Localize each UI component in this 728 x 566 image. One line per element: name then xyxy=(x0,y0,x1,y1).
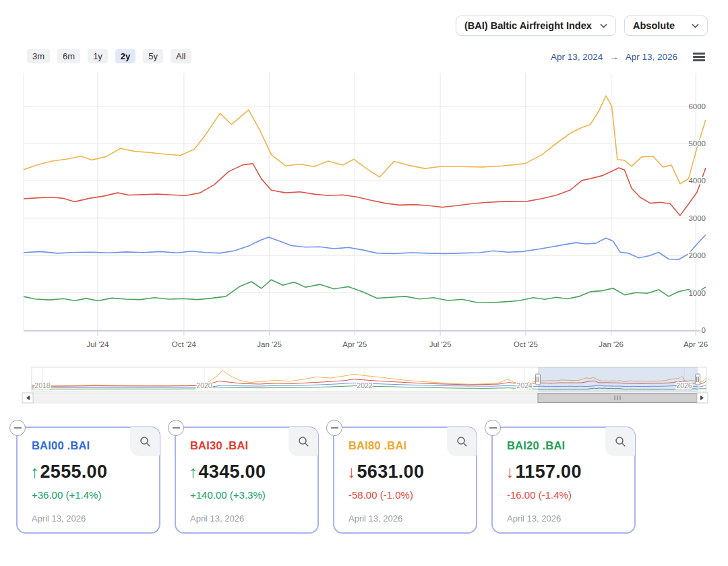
card-value: 1157.00 xyxy=(516,462,582,482)
scrollbar-right-arrow[interactable] xyxy=(697,393,708,403)
svg-text:2026: 2026 xyxy=(676,381,692,389)
svg-text:5000: 5000 xyxy=(688,139,706,148)
card-change: -16.00 (-1.4%) xyxy=(507,489,572,501)
card-date: April 13, 2026 xyxy=(32,513,86,524)
card-bai80[interactable]: BAI80 .BAI ↓ 5631.00 -58.00 (-1.0%) Apri… xyxy=(333,427,477,534)
card-date: April 13, 2026 xyxy=(190,513,244,524)
magnifier-icon xyxy=(298,436,309,447)
card-value: 4345.00 xyxy=(199,462,266,482)
card-change: +140.00 (+3.3%) xyxy=(190,489,266,501)
series-line-bai30 xyxy=(24,164,706,216)
x-axis-labels: Jul '24Oct '24Jan '25Apr '25Jul '25Oct '… xyxy=(86,340,708,348)
navigator-handle-right[interactable] xyxy=(696,374,700,385)
card-value: 5631.00 xyxy=(357,462,425,482)
cards-row: BAI00 .BAI ↑ 2555.00 +36.00 (+1.4%) Apri… xyxy=(16,427,636,534)
svg-text:2020: 2020 xyxy=(196,381,212,389)
card-value: 2555.00 xyxy=(40,462,108,482)
series-line-bai20 xyxy=(24,280,706,303)
card-date: April 13, 2026 xyxy=(348,513,402,524)
remove-series-icon[interactable] xyxy=(326,420,342,436)
svg-text:3000: 3000 xyxy=(688,214,706,222)
card-search-button[interactable] xyxy=(605,427,635,456)
card-symbol: BAI80 .BAI xyxy=(348,439,406,452)
magnifier-icon xyxy=(140,436,151,447)
series-line-bai00 xyxy=(24,235,706,260)
remove-series-icon[interactable] xyxy=(485,420,501,436)
series-line-bai80 xyxy=(24,96,706,184)
stock-chart[interactable]: 0100020003000400050006000Jul '24Oct '24J… xyxy=(0,0,728,412)
svg-text:6000: 6000 xyxy=(688,102,706,111)
svg-text:1000: 1000 xyxy=(688,289,706,297)
chart-grid xyxy=(24,73,706,330)
trend-arrow-icon: ↑ xyxy=(30,462,39,482)
magnifier-icon xyxy=(456,436,468,447)
trend-arrow-icon: ↓ xyxy=(506,462,514,482)
svg-text:Apr '26: Apr '26 xyxy=(684,340,708,348)
svg-text:2024: 2024 xyxy=(516,381,533,389)
app-root: (BAI) Baltic Airfreight Index Absolute 3… xyxy=(0,0,728,566)
svg-text:0: 0 xyxy=(702,326,706,334)
card-bai00[interactable]: BAI00 .BAI ↑ 2555.00 +36.00 (+1.4%) Apri… xyxy=(16,427,160,534)
svg-text:Jul '24: Jul '24 xyxy=(86,340,109,348)
card-change: +36.00 (+1.4%) xyxy=(32,489,101,501)
card-symbol: BAI30 .BAI xyxy=(190,439,248,452)
card-search-button[interactable] xyxy=(130,427,160,456)
card-bai20[interactable]: BAI20 .BAI ↓ 1157.00 -16.00 (-1.4%) Apri… xyxy=(491,427,636,534)
card-search-button[interactable] xyxy=(447,427,477,456)
svg-text:Jul '25: Jul '25 xyxy=(429,340,452,348)
svg-text:4000: 4000 xyxy=(688,177,706,185)
card-symbol: BAI00 .BAI xyxy=(32,439,90,452)
remove-series-icon[interactable] xyxy=(9,420,26,436)
svg-text:2000: 2000 xyxy=(688,251,706,259)
card-date: April 13, 2026 xyxy=(507,513,561,524)
svg-text:Oct '24: Oct '24 xyxy=(172,340,197,348)
svg-text:Jan '25: Jan '25 xyxy=(257,340,282,348)
card-change: -58.00 (-1.0%) xyxy=(348,489,413,501)
remove-series-icon[interactable] xyxy=(168,420,184,436)
card-symbol: BAI20 .BAI xyxy=(507,439,565,452)
svg-text:Oct '25: Oct '25 xyxy=(514,340,538,348)
y-axis-labels: 0100020003000400050006000 xyxy=(688,102,706,334)
scrollbar-left-arrow[interactable] xyxy=(22,393,33,403)
card-search-button[interactable] xyxy=(289,427,318,456)
navigator-handle-left[interactable] xyxy=(536,374,541,385)
svg-text:Jan '26: Jan '26 xyxy=(599,340,624,348)
navigator-mask[interactable] xyxy=(538,367,698,391)
trend-arrow-icon: ↓ xyxy=(347,462,356,482)
trend-arrow-icon: ↑ xyxy=(189,462,198,482)
svg-text:2022: 2022 xyxy=(357,381,373,389)
magnifier-icon xyxy=(615,436,626,447)
chart-series xyxy=(24,96,706,303)
card-bai30[interactable]: BAI30 .BAI ↑ 4345.00 +140.00 (+3.3%) Apr… xyxy=(175,427,319,534)
svg-text:Apr '25: Apr '25 xyxy=(342,340,367,348)
svg-text:2018: 2018 xyxy=(34,381,51,389)
